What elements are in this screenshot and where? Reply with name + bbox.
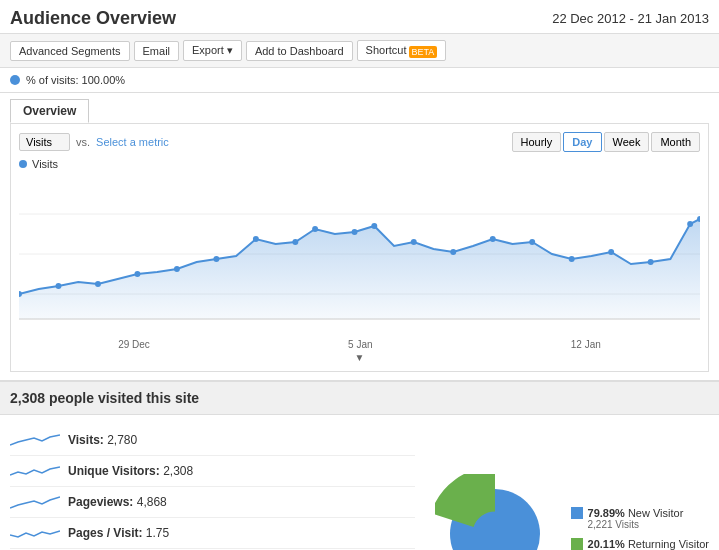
- advanced-segments-button[interactable]: Advanced Segments: [10, 41, 130, 61]
- x-label-29dec: 29 Dec: [118, 339, 150, 350]
- page-header: Audience Overview 22 Dec 2012 - 21 Jan 2…: [0, 0, 719, 34]
- stat-unique-label: Unique Visitors: 2,308: [68, 464, 193, 478]
- svg-point-19: [608, 249, 614, 255]
- svg-point-8: [213, 256, 219, 262]
- returning-visitor-color-swatch: [571, 538, 583, 550]
- day-button[interactable]: Day: [563, 132, 601, 152]
- select-metric-link[interactable]: Select a metric: [96, 136, 169, 148]
- svg-point-9: [253, 236, 259, 242]
- email-button[interactable]: Email: [134, 41, 180, 61]
- stat-pages-visit-label: Pages / Visit: 1.75: [68, 526, 169, 540]
- export-button[interactable]: Export ▾: [183, 40, 242, 61]
- stat-row-pages-visit: Pages / Visit: 1.75: [10, 518, 415, 549]
- new-visitor-pct-label: 79.89% New Visitor: [588, 507, 684, 519]
- segment-bar: % of visits: 100.00%: [0, 68, 719, 93]
- stat-pageviews-label: Pageviews: 4,868: [68, 495, 167, 509]
- stats-body: Visits: 2,780 Unique Visitors: 2,308 Pag…: [0, 415, 719, 550]
- svg-point-25: [450, 489, 540, 551]
- stats-section: 2,308 people visited this site Visits: 2…: [0, 380, 719, 550]
- chart-time-buttons: Hourly Day Week Month: [512, 132, 700, 152]
- pie-chart: [435, 474, 555, 551]
- svg-point-17: [529, 239, 535, 245]
- stats-header: 2,308 people visited this site: [0, 382, 719, 415]
- month-button[interactable]: Month: [651, 132, 700, 152]
- svg-point-5: [95, 281, 101, 287]
- legend-returning-visitor: 20.11% Returning Visitor 559 Visits: [571, 538, 709, 551]
- svg-point-4: [56, 283, 62, 289]
- page-title: Audience Overview: [10, 8, 176, 29]
- chart-svg-wrapper: [19, 174, 700, 337]
- sparkline-pageviews: [10, 492, 60, 512]
- svg-point-13: [371, 223, 377, 229]
- x-axis: 29 Dec 5 Jan 12 Jan: [19, 337, 700, 352]
- stat-row-visits: Visits: 2,780: [10, 425, 415, 456]
- svg-point-21: [687, 221, 693, 227]
- svg-point-16: [490, 236, 496, 242]
- vs-label: vs.: [76, 136, 90, 148]
- sparkline-unique: [10, 461, 60, 481]
- svg-point-14: [411, 239, 417, 245]
- stat-row-pageviews: Pageviews: 4,868: [10, 487, 415, 518]
- stat-visits-label: Visits: 2,780: [68, 433, 137, 447]
- sparkline-visits: [10, 430, 60, 450]
- hourly-button[interactable]: Hourly: [512, 132, 562, 152]
- svg-point-11: [312, 226, 318, 232]
- chart-controls: Visits vs. Select a metric Hourly Day We…: [19, 132, 700, 152]
- stats-list: Visits: 2,780 Unique Visitors: 2,308 Pag…: [10, 425, 415, 550]
- svg-point-15: [450, 249, 456, 255]
- pie-section: 79.89% New Visitor 2,221 Visits 20.11% R…: [435, 425, 709, 550]
- x-label-12jan: 12 Jan: [571, 339, 601, 350]
- beta-badge: BETA: [409, 46, 438, 58]
- shortcut-button[interactable]: ShortcutBETA: [357, 40, 447, 60]
- tab-bar: Overview: [0, 93, 719, 123]
- new-visitor-visits: 2,221 Visits: [588, 519, 709, 530]
- new-visitor-color-swatch: [571, 507, 583, 519]
- visits-legend-label: Visits: [32, 158, 58, 170]
- x-label-5jan: 5 Jan: [348, 339, 372, 350]
- week-button[interactable]: Week: [604, 132, 650, 152]
- svg-point-6: [134, 271, 140, 277]
- legend-new-visitor: 79.89% New Visitor 2,221 Visits: [571, 507, 709, 530]
- returning-visitor-pct-label: 20.11% Returning Visitor: [588, 538, 709, 550]
- add-to-dashboard-button[interactable]: Add to Dashboard: [246, 41, 353, 61]
- chart-left-controls: Visits vs. Select a metric: [19, 133, 169, 151]
- tab-overview[interactable]: Overview: [10, 99, 89, 123]
- svg-point-18: [569, 256, 575, 262]
- metric-select[interactable]: Visits: [19, 133, 70, 151]
- visits-chart: [19, 174, 700, 334]
- svg-point-12: [352, 229, 358, 235]
- sparkline-pages-visit: [10, 523, 60, 543]
- visits-legend-dot: [19, 160, 27, 168]
- chart-dropdown-arrow[interactable]: ▼: [19, 352, 700, 363]
- pie-legend: 79.89% New Visitor 2,221 Visits 20.11% R…: [571, 507, 709, 551]
- date-range: 22 Dec 2012 - 21 Jan 2013: [552, 11, 709, 26]
- segment-dot-icon: [10, 75, 20, 85]
- segment-label: % of visits: 100.00%: [26, 74, 125, 86]
- svg-point-7: [174, 266, 180, 272]
- toolbar: Advanced Segments Email Export ▾ Add to …: [0, 34, 719, 68]
- stat-row-unique: Unique Visitors: 2,308: [10, 456, 415, 487]
- svg-point-20: [648, 259, 654, 265]
- svg-point-10: [292, 239, 298, 245]
- chart-container: Visits vs. Select a metric Hourly Day We…: [10, 123, 709, 372]
- chart-legend: Visits: [19, 158, 700, 170]
